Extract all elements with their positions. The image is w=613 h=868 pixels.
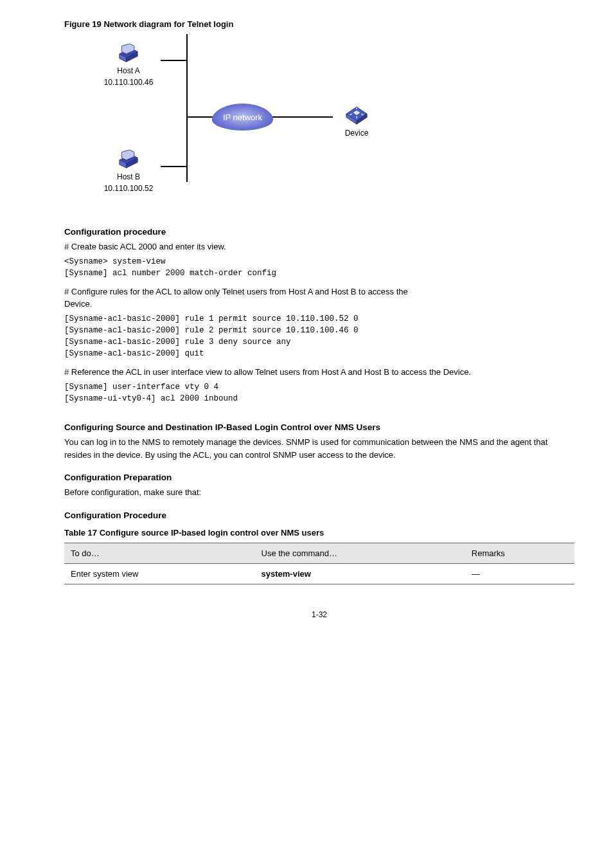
table-row: Enter system view system-view — <box>64 564 574 584</box>
bus-line <box>186 34 188 182</box>
connector-host-b <box>161 166 188 167</box>
host-b: Host B 10.110.100.52 <box>96 150 161 194</box>
section-config-procedure-2: Configuration Procedure <box>64 511 574 520</box>
cmd-user-interface: [Sysname] user-interface vty 0 4 <box>64 381 574 393</box>
cmd-rule2: [Sysname-acl-basic-2000] rule 2 permit s… <box>64 325 574 336</box>
cloud-label: IP network <box>223 113 262 122</box>
host-a: Host A 10.110.100.46 <box>96 44 161 87</box>
cell-todo: Enter system view <box>64 564 255 584</box>
connector-host-a <box>161 60 188 61</box>
para-nms-intro: You can log in to the NMS to remotely ma… <box>64 436 574 461</box>
host-b-label: Host B <box>96 172 161 183</box>
cmd-rule1: [Sysname-acl-basic-2000] rule 1 permit s… <box>64 313 574 325</box>
figure-caption: Figure 19 Network diagram for Telnet log… <box>64 19 574 29</box>
cell-remarks: — <box>465 564 574 584</box>
section-source-dest-ip: Configuring Source and Destination IP-Ba… <box>64 422 574 432</box>
col-command: Use the command… <box>255 543 465 564</box>
connector-cloud-right <box>270 116 333 118</box>
desc-create-acl: # Create basic ACL 2000 and enter its vi… <box>64 240 574 253</box>
host-b-ip: 10.110.100.52 <box>96 184 161 194</box>
computer-icon <box>117 150 140 169</box>
col-remarks: Remarks <box>465 543 574 564</box>
config-table: To do… Use the command… Remarks Enter sy… <box>64 543 574 584</box>
page-number: 1-32 <box>64 610 574 619</box>
cmd-acl-inbound: [Sysname-ui-vty0-4] acl 2000 inbound <box>64 393 574 404</box>
col-todo: To do… <box>64 543 255 564</box>
section-config-procedure: Configuration procedure <box>64 227 574 237</box>
host-a-label: Host A <box>96 66 161 77</box>
device-node: Device <box>334 104 379 138</box>
para-before-config: Before configuration, make sure that: <box>64 486 574 499</box>
cell-command: system-view <box>255 564 465 584</box>
desc-rules-line2: Device. <box>64 299 92 309</box>
computer-icon <box>117 44 140 63</box>
section-config-preparation: Configuration Preparation <box>64 473 574 482</box>
cmd-system-view: <Sysname> system-view <box>64 256 574 267</box>
ip-network-cloud: IP network <box>212 104 273 131</box>
network-diagram: Host A 10.110.100.46 Host B 10.110.100.5… <box>84 34 405 214</box>
switch-icon <box>344 104 369 125</box>
cmd-rule3: [Sysname-acl-basic-2000] rule 3 deny sou… <box>64 336 574 348</box>
table-caption: Table 17 Configure source IP-based login… <box>64 527 574 539</box>
desc-reference-acl: # Reference the ACL in user interface vi… <box>64 366 574 379</box>
cmd-acl-number: [Sysname] acl number 2000 match-order co… <box>64 267 574 279</box>
desc-configure-rules: # Configure rules for the ACL to allow o… <box>64 285 574 311</box>
desc-rules-line1: # Configure rules for the ACL to allow o… <box>64 287 408 296</box>
host-a-ip: 10.110.100.46 <box>96 78 161 88</box>
device-label: Device <box>334 129 379 138</box>
cmd-quit: [Sysname-acl-basic-2000] quit <box>64 348 574 359</box>
